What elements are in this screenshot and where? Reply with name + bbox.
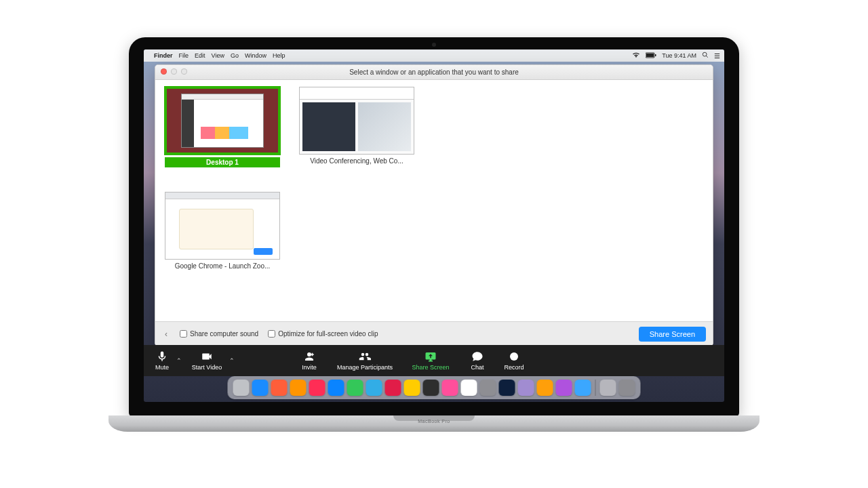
camera-dot — [432, 43, 436, 47]
dock-app[interactable] — [537, 380, 553, 396]
record-icon — [508, 350, 520, 363]
video-camera-icon — [201, 350, 213, 363]
menubar-item[interactable]: File — [179, 52, 189, 59]
share-thumb-preview — [165, 87, 280, 155]
dock-app[interactable] — [404, 380, 420, 396]
dock-app[interactable] — [271, 380, 288, 396]
menubar-app-name[interactable]: Finder — [154, 52, 173, 59]
screen: Finder File Edit View Go Window Help Tue… — [144, 49, 724, 402]
minimize-window-button[interactable] — [171, 68, 177, 75]
share-screen-toolbar-label: Share Screen — [412, 364, 449, 371]
menubar-item[interactable]: Window — [245, 52, 267, 59]
chat-button[interactable]: Chat — [459, 350, 496, 371]
battery-icon[interactable] — [646, 52, 656, 60]
record-label: Record — [504, 364, 524, 371]
share-source-video-conferencing[interactable]: Video Conferencing, Web Co... — [299, 87, 414, 167]
record-button[interactable]: Record — [496, 350, 532, 371]
optimize-clip-label: Optimize for full-screen video clip — [278, 330, 378, 338]
menubar-item[interactable]: Go — [231, 52, 239, 59]
dock-app[interactable] — [461, 380, 477, 396]
dock-app[interactable] — [600, 380, 616, 396]
share-options-bar: ‹ Share computer sound Optimize for full… — [155, 321, 713, 346]
svg-rect-2 — [646, 54, 654, 57]
menubar-item[interactable]: Help — [273, 52, 285, 59]
share-sound-label: Share computer sound — [190, 330, 258, 338]
invite-button[interactable]: Invite — [291, 350, 328, 371]
dock-app[interactable] — [233, 380, 250, 396]
share-thumb-label: Video Conferencing, Web Co... — [299, 157, 414, 165]
dock-app[interactable] — [442, 380, 458, 396]
share-thumb-label: Desktop 1 — [165, 157, 280, 167]
mute-label: Mute — [155, 364, 169, 371]
svg-line-4 — [706, 56, 708, 58]
participants-icon — [359, 350, 371, 363]
control-center-icon[interactable]: ☰ — [714, 52, 720, 60]
menubar-item[interactable]: View — [212, 52, 224, 59]
mute-button[interactable]: Mute ⌃ — [144, 350, 180, 371]
share-thumb-preview — [299, 87, 414, 155]
svg-rect-1 — [655, 54, 656, 56]
maximize-window-button[interactable] — [181, 68, 187, 75]
screen-bezel: Finder File Edit View Go Window Help Tue… — [129, 37, 739, 417]
chat-icon — [471, 350, 484, 363]
share-sound-checkbox-input[interactable] — [180, 330, 187, 338]
share-source-chrome[interactable]: Google Chrome - Launch Zoo... — [165, 192, 280, 270]
svg-point-3 — [703, 52, 707, 56]
dock-app[interactable] — [347, 380, 363, 396]
laptop-frame: Finder File Edit View Go Window Help Tue… — [129, 37, 739, 444]
wifi-icon[interactable] — [632, 52, 640, 60]
svg-point-5 — [510, 352, 518, 361]
dock-separator — [595, 380, 596, 396]
macos-menubar: Finder File Edit View Go Window Help Tue… — [144, 49, 724, 62]
chat-label: Chat — [471, 364, 484, 371]
manage-participants-label: Manage Participants — [337, 364, 393, 371]
manage-participants-button[interactable]: Manage Participants — [328, 350, 402, 371]
window-titlebar: Select a window or an application that y… — [155, 65, 713, 80]
menubar-item[interactable]: Edit — [195, 52, 205, 59]
share-select-window: Select a window or an application that y… — [155, 64, 713, 346]
optimize-clip-checkbox-input[interactable] — [268, 330, 275, 338]
menubar-clock[interactable]: Tue 9:41 AM — [662, 52, 696, 59]
dock-app[interactable] — [290, 380, 307, 396]
dock-app[interactable] — [366, 380, 382, 396]
dock-app[interactable] — [385, 380, 401, 396]
share-screen-toolbar-button[interactable]: Share Screen — [402, 350, 459, 371]
chevron-up-icon[interactable]: ⌃ — [229, 357, 235, 364]
laptop-base: MacBook Pro — [108, 415, 760, 432]
dock-app[interactable] — [619, 380, 635, 396]
zoom-meeting-toolbar: Mute ⌃ Start Video ⌃ Invite Manage Parti… — [144, 345, 724, 376]
share-thumb-preview — [165, 192, 280, 260]
macos-dock — [228, 376, 641, 399]
back-button[interactable]: ‹ — [162, 329, 170, 339]
dock-app[interactable] — [575, 380, 591, 396]
share-screen-button[interactable]: Share Screen — [639, 327, 706, 342]
start-video-button[interactable]: Start Video ⌃ — [180, 350, 233, 371]
close-window-button[interactable] — [161, 68, 167, 75]
window-title: Select a window or an application that y… — [349, 68, 519, 76]
start-video-label: Start Video — [192, 364, 222, 371]
microphone-icon — [156, 350, 168, 363]
share-screen-icon — [425, 350, 437, 363]
dock-app[interactable] — [423, 380, 439, 396]
share-thumb-label: Google Chrome - Launch Zoo... — [165, 262, 280, 270]
optimize-clip-checkbox[interactable]: Optimize for full-screen video clip — [268, 330, 378, 338]
search-icon[interactable] — [702, 52, 709, 60]
window-traffic-lights — [161, 68, 187, 75]
share-sound-checkbox[interactable]: Share computer sound — [180, 330, 258, 338]
share-source-desktop-1[interactable]: Desktop 1 — [165, 87, 280, 167]
dock-app[interactable] — [556, 380, 572, 396]
dock-app[interactable] — [309, 380, 326, 396]
device-label: MacBook Pro — [418, 419, 450, 424]
dock-app[interactable] — [518, 380, 534, 396]
invite-icon — [303, 350, 315, 363]
dock-app[interactable] — [252, 380, 269, 396]
dock-app[interactable] — [328, 380, 344, 396]
invite-label: Invite — [302, 364, 317, 371]
dock-app[interactable] — [499, 380, 515, 396]
share-thumbnails-grid: Desktop 1 Video Conferencing, Web Co... — [155, 80, 713, 321]
dock-app[interactable] — [480, 380, 496, 396]
